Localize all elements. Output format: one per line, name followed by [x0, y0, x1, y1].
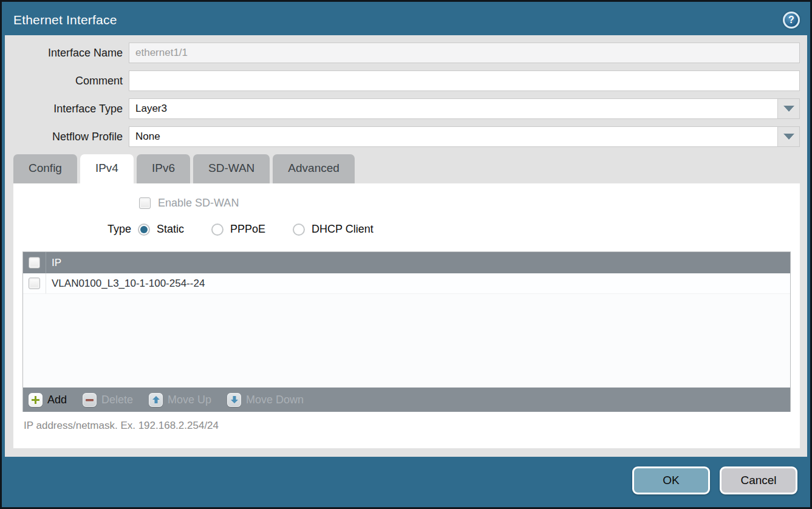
- tab-advanced[interactable]: Advanced: [273, 154, 355, 183]
- chevron-down-icon: [783, 106, 794, 112]
- form-row-interface-name: Interface Name: [13, 43, 800, 63]
- chevron-down-icon: [783, 134, 794, 140]
- tab-config[interactable]: Config: [13, 154, 77, 183]
- radio-label-pppoe: PPPoE: [230, 223, 265, 236]
- ip-table-header: IP: [23, 252, 790, 273]
- form-row-comment: Comment: [13, 70, 800, 91]
- ip-table: IP VLAN0100_L3_10-1-100-254--24: [22, 251, 791, 412]
- add-icon: [29, 393, 43, 407]
- form-row-interface-type: Interface Type Layer3: [13, 98, 800, 119]
- interface-type-select[interactable]: Layer3: [129, 98, 800, 119]
- form-row-netflow-profile: Netflow Profile None: [13, 126, 800, 147]
- tab-ipv4[interactable]: IPv4: [80, 154, 134, 183]
- cancel-button[interactable]: Cancel: [720, 466, 797, 494]
- tab-sd-wan[interactable]: SD-WAN: [193, 154, 270, 183]
- help-glyph: ?: [788, 15, 794, 26]
- radio-icon-dhcp-client[interactable]: [293, 224, 305, 236]
- tab-bar: Config IPv4 IPv6 SD-WAN Advanced: [13, 154, 800, 183]
- ip-table-toolbar: Add Delete Move Up: [23, 388, 790, 412]
- dialog-title: Ethernet Interface: [13, 13, 117, 27]
- radio-icon-static[interactable]: [138, 224, 150, 236]
- ok-button[interactable]: OK: [632, 466, 710, 494]
- interface-type-dropdown-button[interactable]: [777, 99, 799, 118]
- ipv4-tab-panel: Enable SD-WAN Type Static PPPoE DHCP Cli…: [13, 183, 800, 448]
- row-checkbox-cell: [23, 273, 46, 293]
- ip-table-body: VLAN0100_L3_10-1-100-254--24: [23, 273, 790, 388]
- radio-option-pppoe[interactable]: PPPoE: [211, 223, 265, 236]
- table-row[interactable]: VLAN0100_L3_10-1-100-254--24: [23, 273, 790, 294]
- interface-type-value: Layer3: [129, 99, 777, 118]
- add-button-label: Add: [47, 394, 67, 406]
- delete-button[interactable]: Delete: [83, 393, 133, 407]
- move-up-button-label: Move Up: [168, 394, 211, 406]
- comment-label: Comment: [13, 75, 129, 87]
- radio-label-static: Static: [157, 223, 184, 236]
- dialog-body: Interface Name Comment Interface Type La…: [5, 35, 807, 457]
- arrow-up-icon: [149, 393, 163, 407]
- tab-ipv6[interactable]: IPv6: [137, 154, 190, 183]
- move-up-button[interactable]: Move Up: [149, 393, 211, 407]
- add-button[interactable]: Add: [29, 393, 67, 407]
- screen: Ethernet Interface ? Interface Name Comm…: [0, 0, 812, 509]
- interface-name-field: [129, 43, 800, 63]
- dialog-titlebar: Ethernet Interface ?: [5, 5, 807, 35]
- radio-icon-pppoe[interactable]: [211, 224, 223, 236]
- enable-sdwan-checkbox[interactable]: [139, 197, 151, 209]
- ip-column-header: IP: [46, 257, 61, 269]
- move-down-button-label: Move Down: [246, 394, 304, 406]
- select-all-checkbox[interactable]: [29, 257, 40, 268]
- delete-button-label: Delete: [101, 394, 133, 406]
- netflow-profile-label: Netflow Profile: [13, 131, 129, 143]
- dialog-footer: OK Cancel: [5, 457, 807, 504]
- radio-option-dhcp-client[interactable]: DHCP Client: [293, 223, 374, 236]
- header-checkbox-cell: [23, 252, 46, 273]
- comment-field[interactable]: [129, 70, 800, 91]
- delete-icon: [83, 393, 97, 407]
- netflow-profile-select[interactable]: None: [129, 126, 800, 147]
- arrow-down-icon: [227, 393, 241, 407]
- radio-option-static[interactable]: Static: [138, 223, 184, 236]
- move-down-button[interactable]: Move Down: [227, 393, 304, 407]
- enable-sdwan-label: Enable SD-WAN: [158, 197, 239, 210]
- ip-cell-value: VLAN0100_L3_10-1-100-254--24: [46, 278, 205, 290]
- type-label: Type: [107, 223, 131, 236]
- interface-name-label: Interface Name: [13, 47, 129, 60]
- enable-sdwan-row: Enable SD-WAN: [139, 197, 800, 210]
- radio-label-dhcp-client: DHCP Client: [312, 223, 374, 236]
- row-checkbox[interactable]: [29, 278, 40, 289]
- netflow-profile-value: None: [129, 127, 777, 146]
- ethernet-interface-dialog: Ethernet Interface ? Interface Name Comm…: [2, 2, 810, 507]
- interface-type-label: Interface Type: [13, 103, 129, 115]
- type-radio-group: Type Static PPPoE DHCP Client: [107, 223, 800, 236]
- ip-format-hint: IP address/netmask. Ex. 192.168.2.254/24: [13, 420, 800, 432]
- netflow-profile-dropdown-button[interactable]: [777, 127, 799, 146]
- help-icon[interactable]: ?: [783, 12, 800, 29]
